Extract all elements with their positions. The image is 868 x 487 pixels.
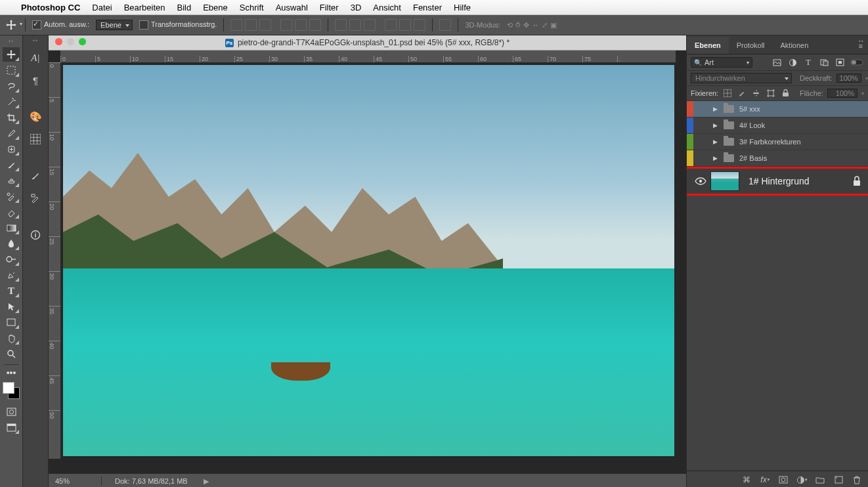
- scale-3d-icon[interactable]: ⤢: [542, 21, 548, 30]
- layer-mask-icon[interactable]: [777, 474, 789, 486]
- tab-layers[interactable]: Ebenen: [687, 37, 729, 54]
- color-panel-icon[interactable]: 🎨: [28, 109, 43, 125]
- healing-brush-tool[interactable]: [3, 142, 20, 156]
- distribute-left-icon[interactable]: [385, 19, 397, 31]
- eyedropper-tool[interactable]: [3, 126, 20, 140]
- align-left-icon[interactable]: [280, 19, 292, 31]
- zoom-tool[interactable]: [3, 347, 20, 361]
- distribute-bottom-icon[interactable]: [364, 19, 376, 31]
- paragraph-panel-icon[interactable]: ¶: [28, 72, 43, 88]
- minimize-window-button[interactable]: [67, 38, 74, 45]
- camera-3d-icon[interactable]: ▣: [550, 21, 557, 30]
- menu-select[interactable]: Auswahl: [276, 3, 308, 12]
- gradient-tool[interactable]: [3, 221, 20, 235]
- menu-file[interactable]: Datei: [92, 3, 112, 12]
- swatches-panel-icon[interactable]: [28, 131, 43, 147]
- menu-layer[interactable]: Ebene: [203, 3, 228, 12]
- filter-shape-icon[interactable]: [818, 56, 830, 68]
- zoom-window-button[interactable]: [79, 38, 86, 45]
- align-vcenter-icon[interactable]: [245, 19, 257, 31]
- eraser-tool[interactable]: [3, 205, 20, 219]
- filter-adjustment-icon[interactable]: [787, 56, 798, 68]
- magic-wand-tool[interactable]: [3, 95, 20, 109]
- clone-stamp-tool[interactable]: [3, 173, 20, 188]
- lock-icon[interactable]: [852, 176, 861, 186]
- document-image[interactable]: [63, 65, 674, 456]
- tab-actions[interactable]: Aktionen: [773, 37, 817, 54]
- menu-help[interactable]: Hilfe: [454, 3, 471, 12]
- panel-grip-icon[interactable]: ••: [859, 38, 864, 45]
- lasso-tool[interactable]: [3, 79, 20, 93]
- auto-select-mode-dropdown[interactable]: Ebene: [96, 20, 133, 30]
- close-window-button[interactable]: [55, 38, 62, 45]
- path-selection-tool[interactable]: [3, 299, 20, 314]
- filter-smartobject-icon[interactable]: [834, 56, 846, 68]
- align-hcenter-icon[interactable]: [295, 19, 307, 31]
- align-top-icon[interactable]: [230, 19, 242, 31]
- fill-input[interactable]: 100%: [827, 89, 857, 98]
- auto-align-icon[interactable]: [439, 19, 451, 31]
- lock-position-icon[interactable]: [751, 88, 762, 98]
- canvas[interactable]: 051015202530354045505560657075. 05101520…: [49, 51, 686, 473]
- zoom-level[interactable]: 45%: [55, 477, 88, 485]
- info-panel-icon[interactable]: [28, 227, 43, 243]
- link-layers-icon[interactable]: ⌘: [741, 474, 752, 486]
- menu-image[interactable]: Bild: [177, 3, 192, 12]
- align-bottom-icon[interactable]: [259, 19, 271, 31]
- distribute-vcenter-icon[interactable]: [349, 19, 361, 31]
- move-tool-icon[interactable]: ▾: [4, 18, 18, 32]
- distribute-top-icon[interactable]: [335, 19, 347, 31]
- hand-tool[interactable]: [3, 331, 20, 345]
- character-panel-icon[interactable]: A|: [28, 50, 43, 66]
- layer-group-row[interactable]: ▶5# xxx: [687, 101, 868, 117]
- marquee-tool[interactable]: [3, 63, 20, 77]
- align-right-icon[interactable]: [309, 19, 321, 31]
- brush-settings-panel-icon[interactable]: [28, 190, 43, 206]
- rectangle-tool[interactable]: [3, 315, 20, 329]
- distribute-right-icon[interactable]: [414, 19, 425, 31]
- delete-layer-icon[interactable]: [851, 474, 863, 486]
- new-layer-icon[interactable]: [833, 474, 844, 486]
- menu-3d[interactable]: 3D: [351, 3, 362, 12]
- filter-pixel-icon[interactable]: [771, 56, 783, 68]
- expand-arrow-icon[interactable]: ▶: [713, 138, 721, 145]
- ruler-horizontal[interactable]: 051015202530354045505560657075.: [60, 51, 676, 63]
- status-menu-arrow-icon[interactable]: ▶: [204, 477, 209, 486]
- expand-arrow-icon[interactable]: ▶: [713, 106, 721, 112]
- adjustment-layer-icon[interactable]: ▾: [796, 474, 808, 486]
- blend-mode-dropdown[interactable]: Hindurchwirken: [691, 73, 792, 83]
- layer-thumbnail[interactable]: [710, 171, 739, 191]
- panel-grip-icon[interactable]: ••: [33, 37, 38, 44]
- distribute-hcenter-icon[interactable]: [399, 19, 411, 31]
- move-tool[interactable]: [3, 47, 20, 62]
- orbit-3d-icon[interactable]: ⟲: [507, 21, 513, 30]
- brush-tool[interactable]: [3, 158, 20, 172]
- type-tool[interactable]: T: [3, 284, 20, 298]
- layer-group-row[interactable]: ▶2# Basis: [687, 150, 868, 167]
- filter-kind-dropdown[interactable]: 🔍Art▾: [691, 57, 752, 68]
- layer-fx-icon[interactable]: fx▾: [759, 474, 771, 486]
- menu-window[interactable]: Fenster: [413, 3, 442, 12]
- lock-transparency-icon[interactable]: [722, 88, 733, 98]
- lock-pixels-icon[interactable]: [737, 88, 747, 98]
- crop-tool[interactable]: [3, 110, 20, 125]
- tab-history[interactable]: Protokoll: [729, 37, 773, 54]
- screenmode-icon[interactable]: [3, 420, 20, 434]
- fg-color-swatch[interactable]: [3, 382, 14, 394]
- roll-3d-icon[interactable]: ⥀: [515, 21, 521, 30]
- blur-tool[interactable]: [3, 236, 20, 251]
- filter-type-icon[interactable]: T: [802, 56, 814, 68]
- auto-select-checkbox[interactable]: Autom. ausw.:: [32, 20, 89, 30]
- lock-artboard-icon[interactable]: [766, 88, 776, 98]
- opacity-input[interactable]: 100%: [836, 74, 861, 83]
- dodge-tool[interactable]: [3, 252, 20, 266]
- expand-arrow-icon[interactable]: ▶: [713, 155, 721, 161]
- filter-toggle-switch[interactable]: [850, 56, 864, 68]
- menu-view[interactable]: Ansicht: [373, 3, 401, 12]
- app-name[interactable]: Photoshop CC: [21, 3, 80, 12]
- layer-group-row[interactable]: ▶4# Look: [687, 117, 868, 134]
- lock-all-icon[interactable]: [780, 88, 791, 98]
- menu-type[interactable]: Schrift: [240, 3, 264, 12]
- panel-grip-icon[interactable]: ••: [9, 38, 14, 45]
- expand-arrow-icon[interactable]: ▶: [713, 122, 721, 129]
